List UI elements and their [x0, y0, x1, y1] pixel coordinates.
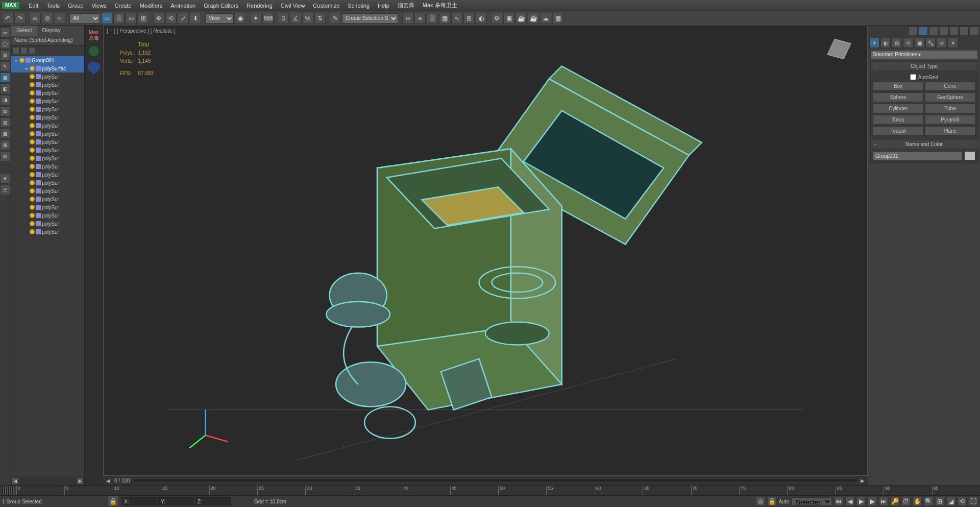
ribbon-item8-icon[interactable]: ▤	[0, 106, 10, 116]
primitive-type-dropdown[interactable]: Standard Primitives ▾	[870, 50, 978, 59]
visibility-icon[interactable]	[30, 131, 35, 136]
window-crossing-button[interactable]: ⊞	[138, 13, 149, 24]
ribbon-modeling-icon[interactable]: ▭	[0, 28, 10, 38]
name-color-rollout-head[interactable]: Name and Color	[870, 139, 978, 149]
key-mode-icon[interactable]: 🔑	[890, 497, 899, 506]
menu-animation[interactable]: Animation	[166, 1, 200, 10]
tree-node-child[interactable]: polySur	[11, 179, 84, 187]
lightbulb-icon[interactable]	[919, 27, 928, 36]
menu-scripting[interactable]: Scripting	[344, 1, 374, 10]
visibility-icon[interactable]	[30, 156, 35, 161]
scale-button[interactable]: ⤢	[178, 13, 189, 24]
redo-button[interactable]: ↷	[14, 13, 26, 24]
target-icon[interactable]	[939, 27, 948, 36]
expander-icon[interactable]: ▾	[23, 66, 29, 71]
visibility-icon[interactable]	[30, 74, 35, 79]
primitive-box-button[interactable]: Box	[873, 81, 923, 91]
ribbon-item7-icon[interactable]: ◨	[0, 95, 10, 105]
selection-filter-dropdown[interactable]: All	[69, 13, 100, 23]
visibility-icon[interactable]	[30, 99, 35, 104]
snap-toggle-button[interactable]: 3	[278, 13, 289, 24]
visibility-icon[interactable]	[30, 90, 35, 95]
scene-column-header[interactable]: Name (Sorted Ascending)	[11, 36, 84, 46]
visibility-icon[interactable]	[30, 66, 35, 71]
schematic-view-button[interactable]: ⊞	[463, 13, 475, 24]
tree-node-child[interactable]: polySur	[11, 89, 84, 97]
zoom-icon[interactable]: 🔍	[924, 497, 933, 506]
visibility-icon[interactable]	[30, 188, 35, 194]
create-tab-icon[interactable]: ✦	[869, 38, 879, 48]
perspective-viewport[interactable]: [ + ] [ Perspective ] [ Realistic ] Tota…	[103, 26, 868, 476]
menu-tools[interactable]: Tools	[42, 1, 64, 10]
primitive-geosphere-button[interactable]: GeoSphere	[925, 92, 975, 102]
tree-node-child[interactable]: polySur	[11, 171, 84, 179]
tree-node-child[interactable]: polySur	[11, 81, 84, 89]
menu-views[interactable]: Views	[87, 1, 110, 10]
object-type-rollout-head[interactable]: Object Type	[870, 61, 978, 71]
primitive-tube-button[interactable]: Tube	[925, 104, 975, 113]
tree-node-child[interactable]: polySur	[11, 138, 84, 146]
menu-edit[interactable]: Edit	[24, 1, 42, 10]
object-name-input[interactable]	[873, 151, 962, 160]
tree-node-child[interactable]: polySur	[11, 97, 84, 105]
visibility-icon[interactable]	[30, 139, 35, 144]
scroll-right-icon[interactable]: ▶	[77, 478, 83, 484]
render-in-cloud-button[interactable]: ☁	[540, 13, 551, 24]
tree-node-child[interactable]: polySur	[11, 105, 84, 113]
layer-explorer-button[interactable]: ☰	[427, 13, 438, 24]
scene-tool2-icon[interactable]	[20, 47, 28, 54]
unlink-button[interactable]: ⊘	[42, 13, 53, 24]
extra1-tab-icon[interactable]: ≋	[937, 38, 947, 48]
scene-tool3-icon[interactable]	[29, 47, 36, 54]
tree-node-child[interactable]: ▾polySurfac	[11, 64, 84, 73]
keyboard-shortcut-button[interactable]: ⌨	[262, 13, 274, 24]
camera-icon[interactable]	[929, 27, 938, 36]
tree-node-group[interactable]: ▾ Group001	[11, 56, 84, 64]
menu-shaduweishi[interactable]: Max 杀毒卫士	[419, 0, 461, 11]
viewport-label[interactable]: [ + ] [ Perspective ] [ Realistic ]	[107, 28, 176, 34]
menu-modifiers[interactable]: Modifiers	[136, 1, 167, 10]
misc3-icon[interactable]	[970, 27, 979, 36]
modify-tab-icon[interactable]: ◐	[880, 38, 891, 48]
timeline-ruler[interactable]: 0510152025303540455055606570758085909510…	[16, 486, 980, 495]
visibility-icon[interactable]	[30, 164, 35, 169]
goto-end-icon[interactable]: ⏭	[879, 497, 888, 506]
menu-civil-view[interactable]: Civil View	[277, 1, 309, 10]
misc1-icon[interactable]	[949, 27, 959, 36]
filmstrip-icon[interactable]	[2, 487, 14, 495]
shield-badge-icon[interactable]	[88, 61, 100, 75]
visibility-icon[interactable]	[30, 205, 35, 210]
tree-node-child[interactable]: polySur	[11, 154, 84, 162]
tree-node-child[interactable]: polySur	[11, 162, 84, 171]
menu-graph-editors[interactable]: Graph Editors	[200, 1, 242, 10]
tree-node-child[interactable]: polySur	[11, 73, 84, 81]
ribbon-item12-icon[interactable]: ▨	[0, 151, 10, 161]
tree-node-child[interactable]: polySur	[11, 203, 84, 211]
ribbon-populate-icon[interactable]: ▦	[0, 73, 10, 83]
visibility-icon[interactable]	[19, 58, 24, 63]
ribbon-item9-icon[interactable]: ▥	[0, 117, 10, 128]
prev-frame-icon[interactable]: ◀	[845, 497, 854, 506]
visibility-icon[interactable]	[30, 197, 35, 202]
tree-node-child[interactable]: polySur	[11, 195, 84, 203]
visibility-icon[interactable]	[30, 221, 35, 226]
visibility-icon[interactable]	[30, 123, 35, 128]
render-setup-button[interactable]: ⚙	[491, 13, 502, 24]
scene-tool1-icon[interactable]	[12, 47, 19, 54]
bind-space-warp-button[interactable]: ≈	[54, 13, 65, 24]
visibility-icon[interactable]	[30, 213, 35, 218]
ribbon-item11-icon[interactable]: ▧	[0, 140, 10, 150]
ref-coord-dropdown[interactable]: View	[205, 13, 234, 23]
max-badge[interactable]: Max杀毒	[89, 30, 99, 41]
misc2-icon[interactable]	[960, 27, 969, 36]
key-mode-dropdown[interactable]: Selected	[791, 497, 832, 505]
ribbon-selection-icon[interactable]: ▥	[0, 50, 10, 60]
edit-named-sel-button[interactable]: ✎	[330, 13, 341, 24]
primitive-cone-button[interactable]: Cone	[925, 81, 975, 91]
expander-icon[interactable]: ▾	[13, 58, 18, 63]
primitive-plane-button[interactable]: Plane	[925, 126, 975, 136]
menu-group[interactable]: Group	[64, 1, 88, 10]
green-badge-icon[interactable]	[88, 45, 100, 57]
next-frame-icon[interactable]: ▶	[868, 497, 877, 506]
angle-snap-button[interactable]: ∠	[290, 13, 301, 24]
